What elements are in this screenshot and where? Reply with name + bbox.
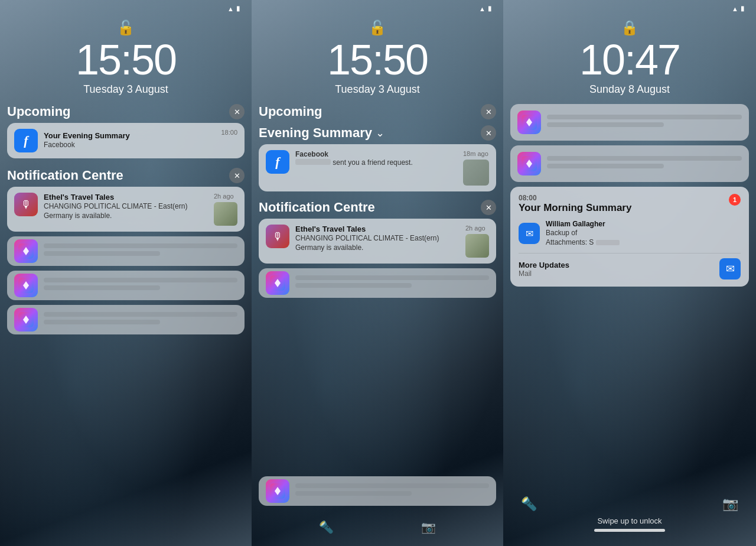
email-subject-3: Backup of xyxy=(546,229,741,238)
facebook-icon-1: f xyxy=(14,129,38,152)
more-updates-row-3: More Updates Mail ✉ xyxy=(519,253,741,280)
wifi-icon-2: ▲ xyxy=(479,5,485,12)
screen-2: ▲ ▮ 🔓 15:50 Tuesday 3 August Upcoming ✕ … xyxy=(252,0,503,546)
shortcuts-svg-2b xyxy=(270,483,285,499)
blur-line-3a xyxy=(547,115,742,119)
blur-line-3c xyxy=(547,156,742,161)
blur-line-1d xyxy=(44,285,160,290)
chevron-down-icon-2[interactable]: ⌄ xyxy=(376,126,384,139)
main-time-1: 15:50 xyxy=(0,38,252,81)
lock-icon-2: 🔓 xyxy=(252,15,503,38)
evening-summary-title-row-2: Evening Summary ⌄ xyxy=(259,125,384,141)
evening-summary-title-2: Evening Summary xyxy=(259,125,372,141)
podcasts-icon-1: 🎙 xyxy=(14,193,38,216)
blurred-card-2b xyxy=(259,476,496,506)
torch-icon-2[interactable]: 🔦 xyxy=(319,520,334,534)
blurred-card-2a xyxy=(259,268,496,298)
notif-centre-close-1[interactable]: ✕ xyxy=(229,168,245,183)
facebook-icon-2: f xyxy=(266,150,289,174)
blur-line-1e xyxy=(44,312,237,317)
podcast-notif-content-1: Ethel's Travel Tales CHANGING POLITICAL … xyxy=(44,193,208,220)
screen2-bottom-icons: 🔦 📷 xyxy=(252,520,503,534)
battery-icon-3: ▮ xyxy=(741,5,744,12)
notif-centre-header-2: Notification Centre ✕ xyxy=(259,200,496,215)
mail-icon-3: ✉ xyxy=(519,223,540,244)
lock-icon-3: 🔒 xyxy=(503,15,756,38)
facebook-notif-card-1[interactable]: f Your Evening Summary Facebook 18:00 xyxy=(7,123,245,158)
fb-friend-card-2[interactable]: f Facebook sent you a friend request. 18… xyxy=(259,144,496,191)
email-sender-3: William Gallagher xyxy=(546,220,741,228)
camera-icon-2[interactable]: 📷 xyxy=(421,520,436,534)
mail-more-updates-icon-3: ✉ xyxy=(719,258,741,280)
podcast-notif-body-1: CHANGING POLITICAL CLIMATE - East(ern) G… xyxy=(44,202,208,220)
status-bar-2: ▲ ▮ xyxy=(252,0,503,15)
wifi-icon: ▲ xyxy=(227,5,234,12)
podcast-notif-card-2[interactable]: 🎙 Ethel's Travel Tales CHANGING POLITICA… xyxy=(259,219,496,264)
shortcuts-icon-3a xyxy=(517,110,541,134)
main-date-1: Tuesday 3 August xyxy=(0,83,252,96)
facebook-notif-body-1: Facebook xyxy=(44,141,215,150)
bottom-bar-3: 🔦 📷 Swipe up to unlock xyxy=(503,489,756,546)
shortcuts-svg-3a xyxy=(522,115,537,130)
more-updates-label-3: More Updates xyxy=(519,261,569,269)
blur-line-2b xyxy=(295,283,412,288)
fb-friend-body-2: sent you a friend request. xyxy=(295,158,457,168)
shortcuts-icon-2a xyxy=(266,271,289,295)
notif-centre-header-1: Notification Centre ✕ xyxy=(7,168,245,183)
upcoming-close-2[interactable]: ✕ xyxy=(481,104,496,119)
status-icons-2: ▲ ▮ xyxy=(479,5,491,12)
torch-icon-3[interactable]: 🔦 xyxy=(521,496,537,512)
notifications-1: Upcoming ✕ f Your Evening Summary Facebo… xyxy=(0,104,252,334)
facebook-notif-content-1: Your Evening Summary Facebook xyxy=(44,131,215,150)
upcoming-close-1[interactable]: ✕ xyxy=(229,104,245,119)
main-date-3: Sunday 8 August xyxy=(503,83,756,96)
blur-line-3d xyxy=(547,164,664,168)
main-date-2: Tuesday 3 August xyxy=(252,83,503,96)
podcast-notif-title-2: Ethel's Travel Tales xyxy=(295,225,460,233)
podcast-notif-title-1: Ethel's Travel Tales xyxy=(44,193,208,202)
shortcuts-svg-1a xyxy=(18,243,34,259)
podcasts-icon-2: 🎙 xyxy=(266,225,289,248)
swipe-up-text-3: Swipe up to unlock xyxy=(521,516,738,525)
fb-friend-image-2 xyxy=(463,160,489,186)
evening-summary-close-2[interactable]: ✕ xyxy=(481,125,496,141)
podcast-notif-content-2: Ethel's Travel Tales CHANGING POLITICAL … xyxy=(295,225,460,252)
status-icons-1: ▲ ▮ xyxy=(227,5,240,12)
upcoming-title-1: Upcoming xyxy=(7,104,71,119)
morning-summary-email-row-3: ✉ William Gallagher Backup of Attachment… xyxy=(519,220,741,247)
blur-line-3b xyxy=(547,122,664,127)
morning-summary-title-3: Your Morning Summary xyxy=(519,202,631,214)
notifications-3: 08:00 Your Morning Summary 1 ✉ William G… xyxy=(503,104,756,287)
evening-summary-header-2: Evening Summary ⌄ ✕ xyxy=(259,125,496,141)
shortcuts-svg-1c xyxy=(18,312,34,327)
podcast-notif-card-1[interactable]: 🎙 Ethel's Travel Tales CHANGING POLITICA… xyxy=(7,187,245,232)
morning-email-content-3: William Gallagher Backup of Attachments:… xyxy=(546,220,741,247)
facebook-notif-time-1: 18:00 xyxy=(221,129,237,136)
blur-line-1c xyxy=(44,278,237,282)
blur-line-2d xyxy=(295,491,412,496)
fb-friend-app-name-2: Facebook xyxy=(295,150,457,158)
blur-line-2a xyxy=(295,275,489,280)
camera-icon-3[interactable]: 📷 xyxy=(722,496,738,512)
shortcuts-icon-1a xyxy=(14,239,38,263)
morning-summary-card-3[interactable]: 08:00 Your Morning Summary 1 ✉ William G… xyxy=(510,187,749,287)
upcoming-header-1: Upcoming ✕ xyxy=(7,104,245,119)
upcoming-header-2: Upcoming ✕ xyxy=(259,104,496,119)
wifi-icon-3: ▲ xyxy=(732,5,738,12)
fb-friend-time-2: 18m ago xyxy=(463,150,488,157)
screen-1: ▲ ▮ 🔓 15:50 Tuesday 3 August Upcoming ✕ … xyxy=(0,0,252,546)
podcast-thumbnail-1 xyxy=(214,202,237,226)
screen2-bottom-blurred xyxy=(259,476,496,511)
swipe-bar-3[interactable] xyxy=(594,529,665,532)
shortcuts-icon-1b xyxy=(14,274,38,297)
shortcuts-icon-2b xyxy=(266,479,289,503)
main-time-2: 15:50 xyxy=(252,38,503,81)
notif-centre-close-2[interactable]: ✕ xyxy=(481,200,496,215)
notif-centre-title-1: Notification Centre xyxy=(7,168,123,183)
blurred-top-card-3a xyxy=(510,104,749,141)
blurred-card-1c xyxy=(7,305,245,334)
screen-3: ▲ ▮ 🔒 10:47 Sunday 8 August xyxy=(503,0,756,546)
bottom-icons-3: 🔦 📷 xyxy=(521,496,738,512)
shortcuts-svg-1b xyxy=(18,278,34,293)
podcast-notif-time-1: 2h ago xyxy=(214,193,234,200)
